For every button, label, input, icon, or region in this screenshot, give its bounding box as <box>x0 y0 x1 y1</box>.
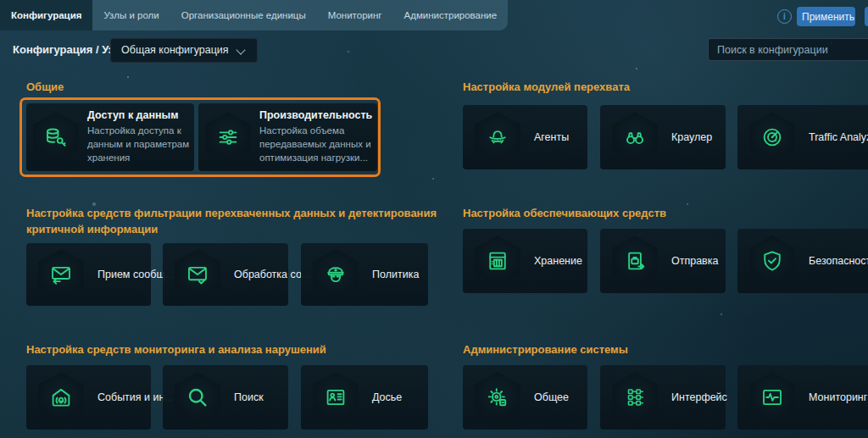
card-label: Политика <box>372 269 419 280</box>
section-title-supporting: Настройка обеспечивающих средств <box>463 206 666 222</box>
card-title: Производительность <box>259 109 373 121</box>
agent-spy-icon <box>475 112 520 163</box>
section-title-system-administration: Администрирование системы <box>463 342 628 358</box>
pulse-monitor-icon <box>749 372 795 423</box>
gear-icon <box>475 372 520 423</box>
interface-icon <box>612 372 658 423</box>
mail-receive-icon <box>38 249 84 300</box>
alarm-house-icon <box>38 372 84 423</box>
section-title-filtering: Настройка средств фильтрации перехваченн… <box>26 206 438 238</box>
card-events-incidents[interactable]: События и ин... <box>26 365 151 430</box>
card-label: Безопасность <box>809 255 868 267</box>
card-data-access[interactable]: Доступ к данным Настройка доступа к данн… <box>26 103 194 171</box>
tab-nodes-roles[interactable]: Узлы и роли <box>92 0 170 30</box>
node-select-dropdown[interactable]: Общая конфигурация <box>110 38 258 63</box>
storage-icon <box>475 236 520 286</box>
card-monitoring-admin[interactable]: Мониторинг <box>737 365 868 430</box>
tab-monitoring[interactable]: Мониторинг <box>317 0 393 30</box>
card-label: Интерфейс <box>671 391 727 403</box>
apply-button[interactable]: Применить <box>797 7 855 26</box>
card-label: Хранение <box>534 255 582 267</box>
node-select-value: Общая конфигурация <box>111 39 257 62</box>
search-input[interactable] <box>708 38 868 61</box>
section-title-monitoring-analysis: Настройка средств мониторинга и анализа … <box>26 342 326 358</box>
card-label: Мониторинг <box>809 391 867 403</box>
card-agents[interactable]: Агенты <box>463 105 587 169</box>
card-label: Поиск <box>234 391 264 403</box>
section-title-intercept-modules: Настройка модулей перехвата <box>463 80 630 96</box>
shield-check-icon <box>749 236 795 286</box>
card-label: Досье <box>372 391 402 403</box>
card-label: Общее <box>534 391 569 403</box>
police-icon <box>313 249 359 300</box>
info-icon[interactable]: i <box>777 9 792 24</box>
card-dossier[interactable]: Досье <box>301 365 428 430</box>
search-icon <box>175 372 220 423</box>
clipped-edge-button[interactable] <box>865 7 868 26</box>
card-label: Отправка <box>671 255 718 267</box>
send-icon <box>612 236 658 286</box>
sliders-icon <box>205 112 251 163</box>
configuration-page: Конфигурация Узлы и роли Организационные… <box>0 0 868 438</box>
card-label: Traffic Analyzer <box>809 131 868 143</box>
card-description: Настройка доступа к данным и параметрам … <box>87 125 194 165</box>
card-crawler[interactable]: Краулер <box>600 105 726 169</box>
mail-check-icon <box>175 249 220 300</box>
card-text: Доступ к данным Настройка доступа к данн… <box>87 109 194 165</box>
card-label: Обработка со... <box>234 269 310 280</box>
card-search[interactable]: Поиск <box>163 365 288 430</box>
database-key-icon <box>33 112 79 163</box>
radar-icon <box>749 112 795 163</box>
section-title-general: Общие <box>26 80 64 96</box>
card-text: Производительность Настройка объема пере… <box>259 109 373 165</box>
binoculars-icon <box>612 112 658 163</box>
tab-org-units[interactable]: Организационные единицы <box>170 0 317 30</box>
card-message-processing[interactable]: Обработка со... <box>163 243 288 306</box>
card-policy[interactable]: Политика <box>301 243 428 306</box>
card-performance[interactable]: Производительность Настройка объема пере… <box>198 103 377 171</box>
card-storage[interactable]: Хранение <box>463 229 587 293</box>
card-message-intake[interactable]: Прием сообщ... <box>26 243 151 306</box>
card-title: Доступ к данным <box>87 109 194 121</box>
card-sending[interactable]: Отправка <box>600 229 726 293</box>
card-security[interactable]: Безопасность <box>737 229 868 293</box>
tab-administration[interactable]: Администрирование <box>393 0 509 30</box>
card-label: Агенты <box>534 131 569 143</box>
dossier-icon <box>313 372 359 423</box>
tab-configuration[interactable]: Конфигурация <box>0 0 92 30</box>
card-general-admin[interactable]: Общее <box>463 365 587 430</box>
card-description: Настройка объема передаваемых данных и о… <box>259 125 373 165</box>
main-tab-bar: Конфигурация Узлы и роли Организационные… <box>0 0 508 30</box>
card-label: Краулер <box>671 131 712 143</box>
card-traffic-analyzer[interactable]: Traffic Analyzer <box>737 105 868 169</box>
card-interface[interactable]: Интерфейс <box>600 365 726 430</box>
